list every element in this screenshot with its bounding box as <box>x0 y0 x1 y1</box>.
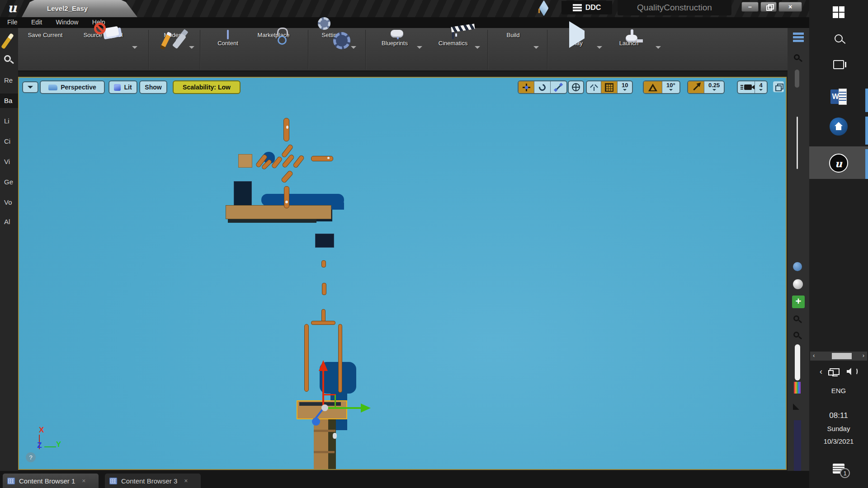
gizmo-arrow-y[interactable] <box>361 404 371 413</box>
close-tab-icon[interactable]: × <box>184 477 188 484</box>
minimize-button[interactable]: – <box>741 2 759 12</box>
scrollbar-thumb[interactable] <box>795 70 799 88</box>
gizmo-arrow-x[interactable] <box>319 360 328 371</box>
white-speck[interactable] <box>333 433 337 439</box>
search-icon[interactable] <box>793 332 799 338</box>
help-icon[interactable]: ? <box>26 452 36 462</box>
navy-box[interactable] <box>315 234 334 248</box>
scrollbar-thumb[interactable] <box>795 344 800 380</box>
restore-button[interactable] <box>760 2 777 12</box>
gizmo-plane-handle-x[interactable] <box>323 394 336 395</box>
maximize-viewport-button[interactable] <box>773 81 784 92</box>
white-speck[interactable] <box>286 126 288 129</box>
tab-content-browser-3[interactable]: Content Browser 3 × <box>105 474 201 488</box>
wood-stick[interactable] <box>322 283 326 295</box>
scale-tool-button[interactable] <box>551 81 566 93</box>
tutorial-cap-icon[interactable] <box>538 4 551 13</box>
play-dropdown[interactable] <box>597 46 602 52</box>
cinematics-button[interactable]: Cinematics <box>426 31 480 47</box>
world-coordinate-button[interactable] <box>569 81 583 93</box>
lit-mode-button[interactable]: Lit <box>108 80 137 94</box>
close-button[interactable]: × <box>778 2 802 12</box>
scrollbar-thumb[interactable] <box>832 353 852 359</box>
wood-stick-long[interactable] <box>304 324 309 392</box>
source-control-button[interactable]: Source Control <box>76 31 130 38</box>
search-icon[interactable] <box>793 315 799 321</box>
scrollbar-line[interactable] <box>797 117 798 169</box>
axis-label-z[interactable]: Z <box>37 441 42 450</box>
rotate-tool-button[interactable] <box>534 81 551 93</box>
wood-column-band[interactable] <box>314 451 335 453</box>
gizmo-knob-z[interactable] <box>312 418 320 426</box>
clock-date[interactable]: 10/3/2021 <box>809 437 868 445</box>
scale-snap-value[interactable]: 0.25 <box>704 81 724 93</box>
move-tool-button[interactable] <box>519 81 534 93</box>
scroll-left-arrow[interactable]: ‹ <box>813 352 815 359</box>
ddc-status-button[interactable]: DDC <box>561 1 612 14</box>
scale-snap-toggle[interactable] <box>688 81 704 93</box>
sphere-icon[interactable] <box>793 279 803 289</box>
search-icon[interactable] <box>794 54 800 60</box>
white-speck[interactable] <box>285 201 288 203</box>
info-icon[interactable] <box>793 262 802 271</box>
blueprints-button[interactable]: Blueprints <box>368 31 422 47</box>
sidebar-item-volumes[interactable]: Vo <box>0 195 18 210</box>
gizmo-axis-y[interactable] <box>326 407 362 409</box>
settings-dropdown[interactable] <box>351 46 356 52</box>
wood-stick-long[interactable] <box>338 324 342 393</box>
blue-slab-notch[interactable] <box>331 202 344 210</box>
wood-stick[interactable] <box>292 155 305 169</box>
axis-label-y[interactable]: Y <box>56 440 61 449</box>
menu-file[interactable]: File <box>7 17 18 27</box>
sidebar-item-recently-placed[interactable]: Re <box>0 73 18 88</box>
camera-speed-button[interactable] <box>738 81 755 93</box>
sidebar-item-all-classes[interactable]: Al <box>0 215 18 229</box>
gizmo-axis-x[interactable] <box>322 370 324 407</box>
search-icon[interactable] <box>4 55 11 62</box>
rotation-snap-toggle[interactable] <box>644 81 662 93</box>
axis-line-y[interactable] <box>44 446 56 447</box>
build-dropdown[interactable] <box>533 46 539 52</box>
taskbar-unreal-button[interactable]: u <box>809 153 868 174</box>
menu-window[interactable]: Window <box>56 17 79 27</box>
settings-button[interactable]: Settings <box>305 31 359 38</box>
wood-stick-horizontal[interactable] <box>311 321 335 325</box>
taskbar-scrollbar[interactable]: ‹ › <box>810 352 867 361</box>
navy-box[interactable] <box>234 181 252 207</box>
plank-shadow[interactable] <box>228 219 316 223</box>
taskbar-home-button[interactable] <box>809 116 868 137</box>
tab-content-browser-1[interactable]: Content Browser 1 × <box>3 474 99 488</box>
scroll-right-arrow[interactable]: › <box>863 352 864 359</box>
cinematics-dropdown[interactable] <box>475 46 480 52</box>
show-button[interactable]: Show <box>139 80 167 94</box>
wood-stick[interactable] <box>321 260 326 267</box>
sidebar-item-visual-effects[interactable]: Vi <box>0 155 18 169</box>
camera-speed-value[interactable]: 4 <box>755 81 767 93</box>
axis-label-x[interactable]: X <box>39 426 44 435</box>
start-button[interactable] <box>809 5 868 19</box>
sidebar-item-cinematic[interactable]: Ci <box>0 134 18 149</box>
task-view-button[interactable] <box>809 58 868 71</box>
tray-expand-icon[interactable]: ‹ <box>820 367 822 376</box>
add-button[interactable]: + <box>792 296 805 308</box>
gizmo-center[interactable] <box>321 404 328 411</box>
grid-snap-value[interactable]: 10 <box>618 81 632 93</box>
play-button[interactable]: Play <box>550 31 604 47</box>
wood-plank[interactable] <box>226 205 331 219</box>
grid-snap-toggle[interactable] <box>601 81 618 93</box>
wood-stick[interactable] <box>281 170 294 183</box>
wood-stick[interactable] <box>284 186 289 208</box>
scalability-button[interactable]: Scalability: Low <box>173 80 241 94</box>
modes-button[interactable]: Modes <box>146 31 200 38</box>
launch-dropdown[interactable] <box>656 46 661 52</box>
menu-edit[interactable]: Edit <box>31 17 42 27</box>
color-picker-icon[interactable] <box>794 382 801 394</box>
viewport-options-dropdown[interactable] <box>22 81 38 93</box>
clock-day[interactable]: Sunday <box>809 425 868 432</box>
wood-column-shade[interactable] <box>328 419 336 469</box>
white-speck[interactable] <box>327 157 330 159</box>
modes-dropdown[interactable] <box>189 46 194 52</box>
level-tab[interactable]: Level2_Easy <box>22 0 137 17</box>
rotation-snap-value[interactable]: 10° <box>662 81 679 93</box>
marketplace-button[interactable]: Marketplace <box>246 31 301 38</box>
